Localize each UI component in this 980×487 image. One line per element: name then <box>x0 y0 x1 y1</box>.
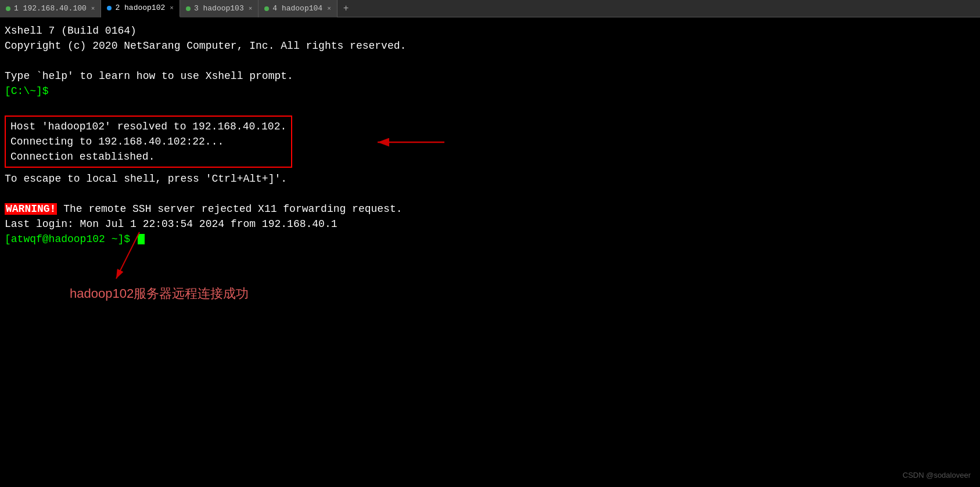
terminal-area[interactable]: Xshell 7 (Build 0164) Copyright (c) 2020… <box>0 17 980 487</box>
terminal-line-copyright: Copyright (c) 2020 NetSarang Computer, I… <box>5 38 975 53</box>
tab-192-168-40-100[interactable]: 1 192.168.40.100 × <box>0 0 101 17</box>
tab-close-3[interactable]: × <box>249 5 253 12</box>
terminal-line-blank1 <box>5 53 975 68</box>
tab-add-button[interactable]: + <box>338 0 355 17</box>
connection-box: Host 'hadoop102' resolved to 192.168.40.… <box>5 116 292 168</box>
tab-close-4[interactable]: × <box>327 5 331 12</box>
tab-label-3: 3 hadoop103 <box>194 4 244 13</box>
terminal-line-blank2 <box>5 99 975 114</box>
tab-bar: 1 192.168.40.100 × 2 hadoop102 × 3 hadoo… <box>0 0 980 17</box>
box-line3: Connection established. <box>10 149 286 164</box>
arrow-to-prompt <box>58 221 174 290</box>
terminal-line-help: Type `help' to learn how to use Xshell p… <box>5 68 975 84</box>
tab-label-2: 2 hadoop102 <box>115 3 165 12</box>
tab-label-4: 4 hadoop104 <box>272 4 322 13</box>
box-line1: Host 'hadoop102' resolved to 192.168.40.… <box>10 119 286 134</box>
tab-dot-3 <box>186 6 191 11</box>
tab-hadoop102[interactable]: 2 hadoop102 × <box>101 0 180 17</box>
terminal-line-escape: To escape to local shell, press 'Ctrl+Al… <box>5 171 975 186</box>
annotation-label: hadoop102服务器远程连接成功 <box>70 284 249 303</box>
tab-label-1: 1 192.168.40.100 <box>14 4 87 13</box>
box-line2: Connecting to 192.168.40.102:22... <box>10 134 286 149</box>
tab-close-2[interactable]: × <box>170 5 174 12</box>
csdn-credit: CSDN @sodaloveer <box>903 470 971 481</box>
tab-hadoop103[interactable]: 3 hadoop103 × <box>180 0 259 17</box>
tab-hadoop104[interactable]: 4 hadoop104 × <box>259 0 337 17</box>
tab-dot-1 <box>6 6 10 11</box>
tab-dot-2 <box>107 6 112 10</box>
tab-close-1[interactable]: × <box>91 5 95 12</box>
arrow-to-box <box>372 131 447 154</box>
terminal-line-xshell: Xshell 7 (Build 0164) <box>5 23 975 38</box>
terminal-line-blank3 <box>5 186 975 201</box>
terminal-line-prompt1: [C:\~]$ <box>5 84 975 99</box>
terminal-line-warning: WARNING! The remote SSH server rejected … <box>5 201 975 217</box>
tab-dot-4 <box>264 6 269 11</box>
svg-line-3 <box>116 232 139 279</box>
